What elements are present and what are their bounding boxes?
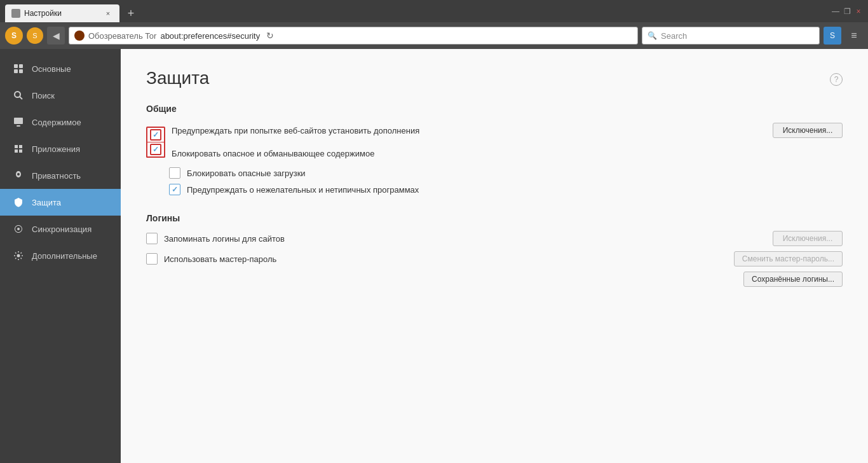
sidebar-label-advanced: Дополнительные <box>32 251 97 261</box>
block-downloads-checkbox[interactable] <box>169 167 180 179</box>
close-window-button[interactable]: × <box>854 7 863 16</box>
sidebar-item-apps[interactable]: Приложения <box>0 135 121 162</box>
sidebar-label-search: Поиск <box>32 91 55 100</box>
url-text: about:preferences#security <box>160 31 260 41</box>
warn-addons-label: Предупреждать при попытке веб-сайтов уст… <box>172 126 766 135</box>
back-button[interactable]: ◀ <box>47 27 65 45</box>
apps-icon <box>13 143 24 155</box>
svg-rect-0 <box>14 64 18 68</box>
logins-section-title: Логины <box>146 213 843 223</box>
warn-unwanted-label: Предупреждать о нежелательных и нетипичн… <box>187 185 843 195</box>
general-section-title: Общие <box>146 104 843 114</box>
block-downloads-row: Блокировать опасные загрузки <box>169 167 843 179</box>
warn-addons-checkbox[interactable]: ✓ <box>150 129 161 141</box>
navbar: S S ◀ Обозреватель Tor about:preferences… <box>0 22 868 49</box>
svg-point-9 <box>17 173 20 176</box>
saved-logins-row: Сохранённые логины... <box>146 272 843 287</box>
svg-point-4 <box>15 92 20 97</box>
block-dangerous-checkbox[interactable]: ✓ <box>150 144 161 155</box>
svg-rect-1 <box>19 64 23 68</box>
tab-bar: Настройки × + <box>5 0 831 22</box>
saved-logins-button[interactable]: Сохранённые логины... <box>743 272 843 287</box>
svg-rect-6 <box>14 118 23 124</box>
titlebar: Настройки × + — ❐ × <box>0 0 868 22</box>
restore-button[interactable]: ❐ <box>843 7 851 16</box>
sidebar-label-privacy: Приватность <box>32 171 81 181</box>
page-header: Защита ? <box>146 68 843 88</box>
master-password-label: Использовать мастер-пароль <box>164 254 728 264</box>
sidebar-label-sync: Синхронизация <box>32 225 92 234</box>
warn-addons-exceptions-button[interactable]: Исключения... <box>773 123 843 138</box>
main-layout: Основные Поиск Содержи <box>0 49 868 463</box>
master-password-row: Использовать мастер-пароль Сменить масте… <box>146 251 843 266</box>
svg-rect-3 <box>19 69 23 73</box>
sidebar-item-content[interactable]: Содержимое <box>0 109 121 135</box>
url-favicon <box>74 31 85 41</box>
reload-button[interactable]: ↻ <box>264 29 276 42</box>
grid-icon <box>13 63 24 74</box>
svg-line-5 <box>20 97 22 99</box>
sidebar-label-apps: Приложения <box>32 144 80 154</box>
advanced-icon <box>13 250 24 261</box>
sidebar-item-general[interactable]: Основные <box>0 55 121 82</box>
warn-unwanted-checkbox[interactable]: ✓ <box>169 184 180 195</box>
sidebar-item-advanced[interactable]: Дополнительные <box>0 242 121 269</box>
change-master-password-button[interactable]: Сменить мастер-пароль... <box>734 251 843 266</box>
privacy-icon <box>13 170 24 181</box>
search-icon <box>13 90 24 101</box>
sidebar-item-security[interactable]: Защита <box>0 189 121 216</box>
svg-point-11 <box>17 254 20 258</box>
browser-window: Настройки × + — ❐ × S S ◀ <box>0 0 868 463</box>
master-password-checkbox[interactable] <box>146 253 158 265</box>
tab-title: Настройки <box>24 9 62 18</box>
page-title: Защита <box>146 68 209 88</box>
warn-unwanted-row: ✓ Предупреждать о нежелательных и нетипи… <box>169 184 843 195</box>
sidebar-label-general: Основные <box>32 64 71 74</box>
svg-rect-7 <box>17 125 20 127</box>
search-input[interactable]: Search <box>661 31 814 41</box>
active-tab[interactable]: Настройки × <box>5 4 119 22</box>
tab-close-button[interactable]: × <box>103 8 113 18</box>
sidebar-label-security: Защита <box>32 198 61 207</box>
sync-icon <box>13 223 24 235</box>
block-dangerous-label: Блокировать опасное и обманывающее содер… <box>172 149 843 158</box>
remember-logins-row: Запоминать логины для сайтов Исключения.… <box>146 231 843 246</box>
security-icon <box>13 197 24 208</box>
svg-rect-2 <box>14 69 18 73</box>
tab-favicon <box>11 9 20 18</box>
general-section: Общие ✓ ✓ <box>146 104 843 195</box>
content-area: Защита ? Общие ✓ <box>121 49 868 463</box>
menu-button[interactable]: ≡ <box>845 27 863 45</box>
nav-avatar: S <box>27 27 43 44</box>
new-tab-button[interactable]: + <box>122 4 140 22</box>
svg-point-10 <box>17 228 20 230</box>
tor-logo: S <box>5 27 23 45</box>
sidebar-item-privacy[interactable]: Приватность <box>0 162 121 189</box>
profile-button[interactable]: S <box>824 27 841 45</box>
remember-logins-label: Запоминать логины для сайтов <box>164 234 766 244</box>
logins-section: Логины Запоминать логины для сайтов Искл… <box>146 213 843 287</box>
sidebar-item-search[interactable]: Поиск <box>0 82 121 109</box>
search-icon: 🔍 <box>648 31 657 40</box>
warn-addons-row: ✓ ✓ Предупреждать при попытке веб-сайтов… <box>146 121 843 162</box>
block-downloads-label: Блокировать опасные загрузки <box>187 169 843 178</box>
minimize-button[interactable]: — <box>831 7 840 16</box>
url-site-label: Обозреватель Tor <box>88 31 156 41</box>
url-bar[interactable]: Обозреватель Tor about:preferences#secur… <box>69 27 638 45</box>
content-icon <box>13 116 24 128</box>
sidebar: Основные Поиск Содержи <box>0 49 121 463</box>
help-icon[interactable]: ? <box>830 73 843 86</box>
sidebar-item-sync[interactable]: Синхронизация <box>0 216 121 242</box>
search-bar[interactable]: 🔍 Search <box>642 27 820 45</box>
remember-logins-checkbox[interactable] <box>146 233 158 244</box>
sidebar-label-content: Содержимое <box>32 118 81 127</box>
logins-exceptions-button[interactable]: Исключения... <box>773 231 843 246</box>
window-controls: — ❐ × <box>831 7 863 16</box>
